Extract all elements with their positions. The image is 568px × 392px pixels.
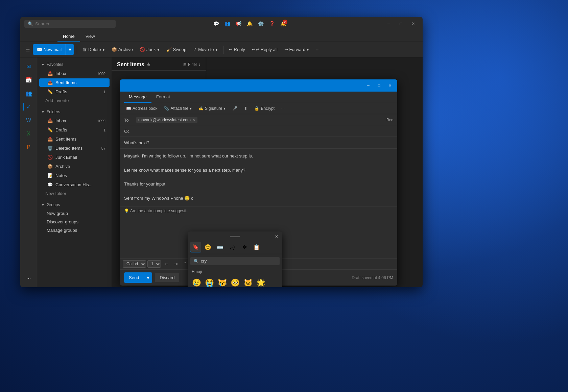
send-dropdown[interactable]: ▾ (144, 272, 152, 283)
new-group-item[interactable]: New group (37, 209, 112, 218)
folder-item-drafts-favorites[interactable]: ✏️ Drafts 1 (39, 88, 110, 96)
compose-tab-format[interactable]: Format (151, 92, 175, 103)
delete-button[interactable]: 🗑 Delete ▾ (80, 46, 108, 53)
send-label[interactable]: Send (124, 273, 144, 282)
compose-close-button[interactable]: ✕ (385, 81, 395, 90)
dictate-button[interactable]: ⬇ (242, 105, 250, 112)
folder-item-inbox-favorites[interactable]: 📥 Inbox 1099 (39, 69, 110, 78)
sidebar-mail-icon[interactable]: ✉ (23, 60, 35, 72)
hamburger-menu[interactable]: ☰ (23, 46, 33, 54)
junk-button[interactable]: 🚫 Junk ▾ (137, 46, 162, 53)
subject-row[interactable] (120, 137, 397, 149)
groups-header[interactable]: ▼ Groups (37, 200, 112, 209)
skype-icon[interactable]: 💬 (213, 21, 219, 26)
more-compose-button[interactable]: ··· (279, 105, 287, 112)
search-box[interactable]: 🔍 (24, 20, 116, 28)
add-favorite-button[interactable]: Add favorite (37, 96, 112, 105)
emoji-tab-keyboard[interactable]: ⌨️ (215, 242, 226, 252)
emoji-picker-close[interactable]: ✕ (275, 234, 278, 239)
attach-file-button[interactable]: 📎 Attach file ▾ (162, 105, 194, 112)
subject-input[interactable] (124, 140, 393, 145)
notification-badge-icon[interactable]: 🔔2 (280, 21, 286, 26)
tab-home[interactable]: Home (57, 32, 80, 42)
folders-header[interactable]: ▼ Folders (37, 107, 112, 116)
folder-sent[interactable]: 📤 Sent Items (39, 135, 110, 143)
format-indent-right[interactable]: ⇥ (172, 260, 180, 268)
folder-notes[interactable]: 📝 Notes (39, 171, 110, 180)
to-chip[interactable]: mayank@windowslatest.com ✕ (136, 117, 197, 123)
manage-groups-item[interactable]: Manage groups (37, 226, 112, 235)
filter-button[interactable]: ⊞ Filter ↕ (183, 62, 200, 67)
format-indent-left[interactable]: ⇤ (162, 260, 170, 268)
sidebar-people-icon[interactable]: 👥 (23, 87, 35, 99)
new-folder-button[interactable]: New folder (37, 189, 112, 198)
folder-archive[interactable]: 📦 Archive (39, 162, 110, 171)
cc-row[interactable]: Cc (120, 126, 397, 137)
discard-button[interactable]: Discard (155, 273, 179, 282)
address-book-button[interactable]: 📖 Address book (124, 105, 159, 112)
discover-groups-item[interactable]: Discover groups (37, 218, 112, 226)
emoji-tab-emoji[interactable]: 😊 (203, 242, 213, 252)
send-button[interactable]: Send ▾ (124, 272, 152, 283)
bcc-link[interactable]: Bcc (386, 118, 393, 122)
settings-icon[interactable]: ⚙️ (258, 21, 264, 26)
emoji-picker-drag-handle[interactable] (230, 236, 240, 237)
new-mail-button[interactable]: ✉️ New mail ▾ (33, 44, 74, 55)
folder-drafts[interactable]: ✏️ Drafts 1 (39, 126, 110, 134)
more-toolbar-button[interactable]: ··· (313, 46, 322, 53)
sidebar-calendar-icon[interactable]: 📅 (23, 74, 35, 86)
font-family-select[interactable]: Calibri (123, 260, 146, 268)
sidebar-more-icon[interactable]: ··· (23, 272, 35, 285)
reply-button[interactable]: ↩ Reply (226, 46, 248, 53)
compose-minimize-button[interactable]: ─ (363, 81, 373, 90)
compose-maximize-button[interactable]: □ (374, 81, 384, 90)
folder-conversation[interactable]: 💬 Conversation His... (39, 180, 110, 189)
emoji-item-5[interactable]: 🌟 (255, 277, 267, 287)
emoji-item-0[interactable]: 😢 (190, 277, 203, 287)
emoji-item-1[interactable]: 😭 (203, 277, 215, 287)
autocomplete-bar[interactable]: 💡 Are the auto-complete suggesti... (120, 206, 397, 215)
microphone-button[interactable]: 🎤 (230, 105, 239, 112)
email-body[interactable]: Mayank, I'm writing to follow up. I'm no… (120, 149, 397, 206)
emoji-tab-recent[interactable]: 🔖 (190, 242, 201, 252)
archive-button[interactable]: 📦 Archive (109, 46, 136, 53)
people-icon[interactable]: 👥 (224, 21, 230, 26)
feedback-icon[interactable]: 📢 (236, 21, 241, 26)
close-button[interactable]: ✕ (408, 19, 419, 28)
emoji-tab-symbols[interactable]: ✻ (239, 242, 250, 252)
window-controls[interactable]: ─ □ ✕ (383, 19, 419, 28)
folder-inbox[interactable]: 📥 Inbox 1099 (39, 117, 110, 125)
folder-item-sent-favorites[interactable]: 📤 Sent Items (39, 78, 110, 87)
emoji-item-4[interactable]: 🐱 (242, 277, 254, 287)
bell-icon[interactable]: 🔔 (247, 21, 253, 26)
emoji-tab-clipboard[interactable]: 📋 (251, 242, 262, 252)
sidebar-excel-icon[interactable]: X (23, 128, 35, 140)
emoji-tab-kaomoji[interactable]: ;-) (227, 242, 238, 252)
minimize-button[interactable]: ─ (383, 19, 394, 28)
emoji-item-3[interactable]: 🥺 (229, 277, 241, 287)
folder-junk[interactable]: 🚫 Junk Email (39, 153, 110, 162)
compose-tab-message[interactable]: Message (124, 92, 151, 103)
forward-button[interactable]: ↪ Forward ▾ (282, 46, 312, 53)
signature-button[interactable]: ✍ Signature ▾ (196, 105, 228, 112)
reply-all-button[interactable]: ↩↩ Reply all (249, 46, 280, 53)
sweep-button[interactable]: 🧹 Sweep (164, 46, 189, 53)
emoji-search-box[interactable]: 🔍 (190, 257, 280, 265)
sidebar-todo-icon[interactable]: ✓ (23, 101, 35, 113)
tab-view[interactable]: View (80, 32, 100, 42)
maximize-button[interactable]: □ (396, 19, 406, 28)
folder-deleted[interactable]: 🗑️ Deleted Items 87 (39, 144, 110, 152)
new-mail-dropdown[interactable]: ▾ (66, 44, 74, 55)
sidebar-word-icon[interactable]: W (23, 114, 35, 126)
help-icon[interactable]: ❓ (269, 21, 275, 26)
move-to-button[interactable]: ↗ Move to ▾ (190, 46, 220, 53)
font-size-select[interactable]: 12 (147, 260, 161, 268)
emoji-item-2[interactable]: 😿 (216, 277, 228, 287)
search-input[interactable] (35, 21, 112, 26)
star-icon[interactable]: ★ (146, 62, 151, 67)
to-chip-remove[interactable]: ✕ (192, 118, 195, 122)
favorites-header[interactable]: ▼ Favorites (37, 60, 112, 69)
emoji-search-input[interactable] (201, 259, 276, 264)
encrypt-button[interactable]: 🔒 Encrypt (252, 105, 277, 112)
sidebar-powerpoint-icon[interactable]: P (23, 141, 35, 153)
